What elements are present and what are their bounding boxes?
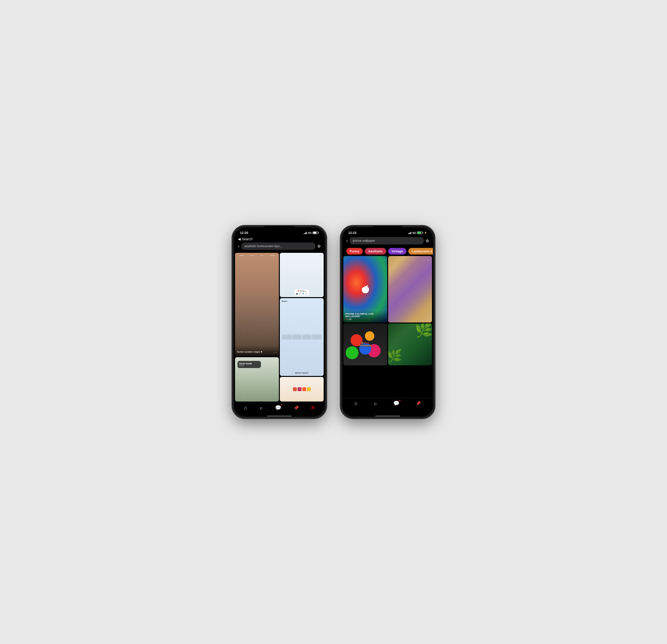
charging-bolt: ⚡ bbox=[424, 231, 427, 234]
wallpaper-tropical[interactable] bbox=[388, 323, 432, 365]
tag-aesthetic[interactable]: Aesthetic bbox=[365, 248, 386, 255]
phone2-content: 12:23 4G ⚡ bbox=[342, 227, 433, 417]
battery-fill bbox=[313, 232, 316, 234]
ios3-image bbox=[280, 377, 324, 402]
right-column: 📅 APRIL 9 📷🎵🗺️🛒 ··· bbox=[280, 253, 324, 402]
network-type: 4G bbox=[308, 231, 312, 235]
nav-pin[interactable]: 📌 bbox=[294, 405, 299, 410]
post-title: home screen inspo ♥ bbox=[237, 350, 277, 353]
back-button-2[interactable]: ‹ bbox=[346, 238, 348, 243]
notch2 bbox=[373, 226, 403, 232]
time-display-2: 12:23 bbox=[348, 231, 356, 235]
post-phonehand[interactable]: Sarah Smith mobile bbox=[235, 357, 279, 402]
stickers-image: 🐻 Beat SUPERMAN bbox=[343, 323, 387, 365]
battery-body bbox=[313, 231, 318, 234]
post-ios-layout[interactable]: Music iphone layout! ··· bbox=[280, 298, 324, 376]
nav2-home[interactable]: ⌂ bbox=[354, 401, 357, 406]
search-icon: ⌕ bbox=[260, 405, 263, 410]
battery-fill-2 bbox=[418, 232, 421, 234]
tag-lockscreen[interactable]: Lockscreen a bbox=[408, 248, 433, 255]
back-button[interactable]: ‹ bbox=[238, 244, 240, 249]
notch bbox=[264, 226, 294, 232]
left-column: selfcare phone music random ··· home scr… bbox=[235, 253, 279, 402]
colorful-likes: ♥ 1.6k bbox=[345, 318, 385, 321]
post-label: ··· home screen inspo ♥ bbox=[235, 345, 279, 356]
post-ios-widget[interactable]: 📅 APRIL 9 📷🎵🗺️🛒 ··· bbox=[280, 253, 324, 297]
messages-dot-2 bbox=[399, 400, 401, 401]
search-nav-2: ‹ iphone wallpaper ⚙ bbox=[342, 236, 433, 246]
tag-funny[interactable]: Funny bbox=[346, 248, 363, 255]
nav2-pin[interactable]: 📌 bbox=[416, 401, 421, 406]
widget-dots[interactable]: ··· bbox=[320, 254, 322, 257]
more-options-dots[interactable]: ··· bbox=[274, 350, 277, 354]
colorful-label: IPHONE COLORFUL LIVE WALLPAPER ♥ 1.6k bbox=[343, 311, 387, 322]
network-type-2: 4G bbox=[412, 231, 416, 235]
ios-widget-image: 📅 APRIL 9 📷🎵🗺️🛒 bbox=[280, 253, 324, 297]
search-nav: ‹ aesthetic homescreen layo... ⚙ bbox=[234, 242, 325, 252]
ios-layout-image: Music iphone layout! bbox=[280, 298, 324, 376]
search-bar-2[interactable]: iphone wallpaper bbox=[350, 237, 424, 244]
content-area: selfcare phone music random ··· home scr… bbox=[234, 252, 325, 402]
signal-bars bbox=[304, 232, 307, 234]
tropical-image bbox=[388, 323, 432, 365]
heart-icon-colorful: ♥ bbox=[345, 318, 346, 321]
search-input-text-2[interactable]: iphone wallpaper bbox=[353, 239, 375, 242]
colorful-more-dots[interactable]: ··· bbox=[383, 258, 386, 261]
top-nav: ◀ Search bbox=[234, 236, 325, 242]
search-icon-2: ⌕ bbox=[374, 401, 377, 406]
nav2-search[interactable]: ⌕ bbox=[374, 401, 377, 406]
pin-icon: 📌 bbox=[294, 405, 299, 410]
search-input-text[interactable]: aesthetic homescreen layo... bbox=[244, 244, 282, 248]
phone1-content: 12:20 4G bbox=[234, 227, 325, 417]
battery-body-2 bbox=[417, 231, 422, 234]
messages-dot bbox=[281, 404, 282, 405]
status-right: 4G bbox=[304, 231, 319, 235]
wallpaper-grid: IPHONE COLORFUL LIVE WALLPAPER ♥ 1.6k ··… bbox=[342, 256, 433, 398]
post-ios3[interactable] bbox=[280, 377, 324, 402]
phonehand-image: Sarah Smith mobile bbox=[235, 357, 279, 402]
status-right-2: 4G ⚡ bbox=[408, 231, 427, 235]
layout-dots[interactable]: ··· bbox=[320, 299, 322, 303]
phone2-screen: 12:23 4G ⚡ bbox=[342, 227, 433, 417]
tags-row: Funny Aesthetic Vintage Lockscreen a bbox=[342, 246, 433, 256]
more-dots-bar: ··· bbox=[342, 410, 433, 415]
phone2-frame: 12:23 4G ⚡ bbox=[341, 226, 435, 418]
filter-button-2[interactable]: ⚙ bbox=[425, 239, 429, 243]
nav2-messages[interactable]: 💬 bbox=[393, 400, 400, 406]
bottom-nav-2: ⌂ ⌕ 💬 📌 bbox=[342, 398, 433, 410]
battery-tip-2 bbox=[423, 232, 423, 234]
home-icon: ⌂ bbox=[244, 405, 247, 410]
battery-icon bbox=[313, 231, 319, 234]
nav-netflix[interactable]: N bbox=[311, 405, 314, 410]
phone1-frame: 12:20 4G bbox=[232, 226, 326, 418]
marble-more-dots[interactable]: ··· bbox=[427, 258, 430, 261]
like-count-colorful: 1.6k bbox=[347, 318, 352, 321]
battery-icon-2 bbox=[417, 231, 423, 234]
back-search-label[interactable]: ◀ Search bbox=[238, 237, 253, 241]
nav-messages[interactable]: 💬 bbox=[275, 405, 281, 410]
post-homescreen[interactable]: selfcare phone music random ··· home scr… bbox=[235, 253, 279, 356]
nav-search[interactable]: ⌕ bbox=[260, 405, 263, 410]
messages-icon-2: 💬 bbox=[393, 400, 400, 406]
pin-icon-2: 📌 bbox=[416, 401, 421, 406]
wallpaper-stickers[interactable]: 🐻 Beat SUPERMAN bbox=[343, 323, 387, 365]
battery-tip bbox=[318, 232, 319, 234]
nav-home[interactable]: ⌂ bbox=[244, 405, 247, 410]
home-indicator-2 bbox=[375, 416, 400, 417]
filter-button[interactable]: ⚙ bbox=[317, 244, 321, 248]
homescreen-image: selfcare phone music random bbox=[235, 253, 279, 356]
phone1-screen: 12:20 4G bbox=[234, 227, 325, 417]
wallpaper-colorful[interactable]: IPHONE COLORFUL LIVE WALLPAPER ♥ 1.6k ··… bbox=[343, 256, 387, 322]
bottom-nav: ⌂ ⌕ 💬 📌 N bbox=[234, 402, 325, 415]
colorful-title: IPHONE COLORFUL LIVE WALLPAPER bbox=[345, 313, 385, 318]
time-display: 12:20 bbox=[240, 231, 248, 235]
home-icon-2: ⌂ bbox=[354, 401, 357, 406]
home-indicator bbox=[267, 416, 292, 417]
netflix-icon: N bbox=[311, 405, 314, 410]
marble-image bbox=[388, 256, 432, 322]
wallpaper-marble[interactable]: ··· bbox=[388, 256, 432, 322]
tag-vintage[interactable]: Vintage bbox=[388, 248, 407, 255]
search-bar[interactable]: aesthetic homescreen layo... bbox=[242, 242, 315, 250]
phone2: 12:23 4G ⚡ bbox=[341, 226, 435, 418]
signal-bars-2 bbox=[408, 232, 411, 234]
